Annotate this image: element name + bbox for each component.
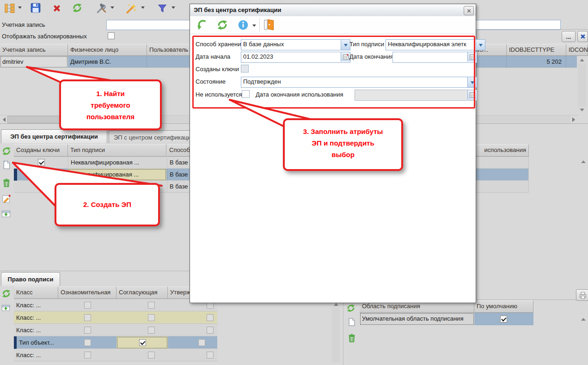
tree-view-dropdown[interactable]	[17, 2, 23, 15]
rights-row-4[interactable]: Тип объект...	[14, 336, 217, 349]
approve-checkbox[interactable]	[207, 352, 214, 359]
users-col-account[interactable]: Учетная запись	[0, 44, 68, 56]
rights-cell-class[interactable]: Класс: ...	[14, 312, 58, 323]
users-col-person[interactable]: Физическое лицо	[68, 44, 147, 56]
area-delete-button[interactable]	[347, 333, 357, 343]
rights-cell-class[interactable]: Класс: ...	[14, 324, 58, 336]
toolbar-separator	[259, 18, 260, 32]
callout-step1-line1: 1. Найти	[61, 88, 160, 99]
users-col-idobjecttype[interactable]: IDOBJECTTYPE	[507, 44, 566, 56]
rights-row-2[interactable]: Класс: ...	[14, 311, 217, 324]
filter-dropdown[interactable]	[170, 2, 177, 15]
approve-checkbox[interactable]	[198, 339, 205, 346]
agree-cell-focused[interactable]	[116, 336, 168, 349]
clear-condition-button[interactable]	[577, 31, 588, 42]
scroll-up-arrow[interactable]	[578, 56, 586, 63]
show-blocked-checkbox[interactable]	[108, 32, 115, 39]
area-cell-name[interactable]: Умолчательная область подписания	[360, 313, 474, 325]
callout-step2: 2. Создать ЭП	[55, 183, 160, 226]
tab-ep-no-ca[interactable]: ЭП без центра сертификации	[1, 129, 107, 143]
chevron-down-icon[interactable]	[476, 40, 485, 50]
undo-icon	[196, 18, 208, 31]
rights-cell-class[interactable]: Тип объект...	[17, 337, 59, 348]
callout-step1-line3: пользователя	[61, 111, 160, 122]
refresh-button[interactable]	[70, 1, 84, 14]
agree-checkbox[interactable]	[148, 302, 155, 309]
rights-row-3[interactable]: Класс: ...	[14, 324, 217, 336]
wizard-button[interactable]	[124, 2, 138, 15]
agree-checkbox[interactable]	[148, 352, 155, 359]
rights-cell-class[interactable]: Класс: ...	[14, 299, 58, 311]
show-blocked-label: Отображать заблокированных	[2, 33, 87, 40]
callout-step1-line2: требуемого	[61, 99, 160, 111]
approve-checkbox[interactable]	[207, 314, 214, 321]
filter-funnel-icon	[157, 3, 168, 14]
area-new-button[interactable]	[347, 317, 356, 327]
dialog-refresh-button[interactable]	[216, 18, 229, 31]
delete-button[interactable]	[50, 2, 64, 15]
agree-checkbox[interactable]	[148, 314, 155, 321]
dialog-close-button[interactable]	[464, 6, 474, 15]
rights-vscrollbar[interactable]	[332, 300, 340, 362]
rights-col-review[interactable]: Ознакомительная	[58, 286, 116, 299]
dialog-exit-button[interactable]	[263, 18, 276, 31]
scroll-right-arrow[interactable]	[570, 116, 578, 124]
sig-refresh-button[interactable]	[1, 146, 12, 157]
review-checkbox[interactable]	[84, 327, 91, 334]
wizard-dropdown[interactable]	[140, 2, 146, 15]
tools-icon	[96, 3, 107, 14]
dialog-toolbar	[190, 16, 476, 34]
approve-checkbox[interactable]	[207, 327, 214, 334]
agree-checkbox[interactable]	[148, 327, 155, 334]
more-button[interactable]: ...	[562, 31, 576, 42]
review-checkbox[interactable]	[84, 302, 91, 309]
tools-button[interactable]	[94, 2, 108, 15]
review-checkbox[interactable]	[84, 314, 91, 321]
rights-col-agree[interactable]: Согласующая	[116, 286, 168, 299]
review-checkbox[interactable]	[84, 339, 91, 346]
dialog-info-dropdown[interactable]	[251, 20, 257, 33]
print-button[interactable]	[576, 289, 588, 301]
rights-row-5[interactable]: Класс: ...	[14, 349, 217, 361]
delete-x-icon	[51, 3, 62, 14]
filter-button[interactable]	[155, 2, 169, 15]
sig-col-type[interactable]: Тип подписи	[68, 144, 166, 157]
default-checkbox[interactable]	[500, 316, 507, 322]
rights-fill-table-button[interactable]	[1, 304, 11, 312]
area-cell-default[interactable]	[474, 313, 533, 325]
column-divider	[566, 56, 566, 68]
dialog-info-button[interactable]	[237, 19, 249, 31]
rights-cell-class[interactable]: Класс: ...	[14, 349, 58, 361]
area-row[interactable]: Умолчательная область подписания	[360, 313, 533, 325]
sig-col-keys[interactable]: Созданы ключи	[14, 144, 68, 157]
callout-step3-line1: 3. Заполнить атрибуты	[285, 126, 401, 137]
tab-sign-rights[interactable]: Право подписи	[1, 272, 60, 286]
users-cell-idobjecttype[interactable]: 5 202	[507, 56, 564, 68]
scroll-down-arrow[interactable]	[578, 107, 586, 114]
agree-checkbox[interactable]	[139, 339, 146, 346]
close-icon	[466, 8, 472, 13]
refresh-icon	[1, 146, 12, 157]
trash-icon	[347, 333, 357, 343]
save-button[interactable]	[29, 1, 43, 14]
area-col-default[interactable]: По умолчанию	[474, 300, 533, 313]
callout-step3-line3: выбор	[285, 149, 401, 160]
magic-wand-icon	[125, 3, 137, 14]
tab-ep-with-ca[interactable]: ЭП с центром сертификации	[109, 130, 201, 143]
table-insert-icon	[1, 304, 11, 312]
sig-scroll-up-arrow[interactable]	[580, 158, 587, 164]
tree-view-button[interactable]	[3, 2, 17, 15]
rights-refresh-button[interactable]	[1, 288, 12, 299]
rights-row-1[interactable]: Класс: ...	[14, 299, 217, 311]
area-refresh-button[interactable]	[346, 303, 356, 313]
scroll-left-arrow[interactable]	[0, 116, 7, 124]
dialog-undo-button[interactable]	[196, 18, 208, 31]
save-icon	[30, 2, 42, 14]
account-filter-label: Учетная запись	[2, 21, 45, 28]
users-col-idcontact[interactable]: IDCONTACT	[566, 44, 588, 56]
tools-dropdown[interactable]	[109, 2, 116, 15]
area-scroll-up-arrow[interactable]	[580, 315, 587, 322]
review-checkbox[interactable]	[84, 352, 91, 359]
users-vscrollbar[interactable]	[578, 56, 586, 114]
rights-col-class[interactable]: Класс	[14, 286, 58, 299]
